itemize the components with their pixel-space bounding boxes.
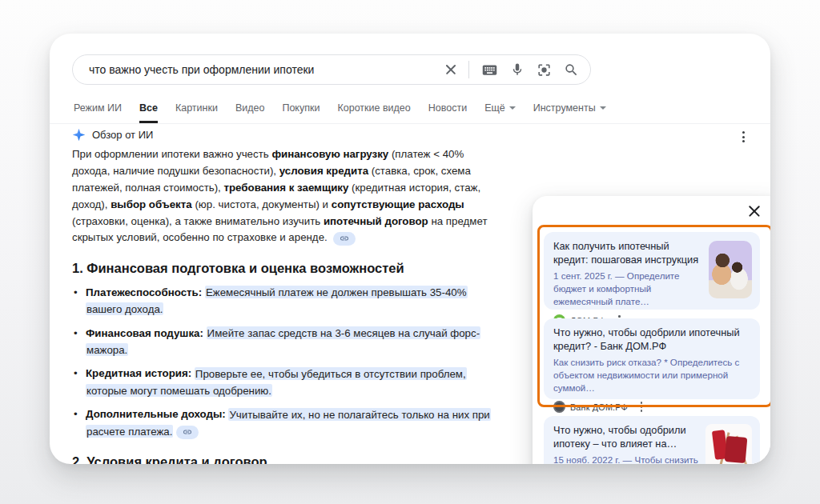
keyboard-icon[interactable] <box>481 62 498 78</box>
tab-more[interactable]: Ещё <box>484 102 516 121</box>
citation-link-icon[interactable] <box>176 426 199 439</box>
tab-videos[interactable]: Видео <box>235 102 265 121</box>
search-bar-divider <box>468 61 469 78</box>
tab-short-videos[interactable]: Короткие видео <box>337 102 410 121</box>
source-title[interactable]: Что нужно, чтобы одобрили ипотечный кред… <box>553 326 752 354</box>
ai-overview-label: Обзор от ИИ <box>92 129 153 141</box>
bullet-list-1: Платежеспособность: Ежемесячный платеж н… <box>72 285 500 440</box>
tab-news[interactable]: Новости <box>428 102 467 121</box>
source-name: Банк ДОМ.РФ <box>570 402 628 412</box>
ai-overview-body: При оформлении ипотеки важно учесть фина… <box>72 146 500 464</box>
panel-scrollbar[interactable] <box>769 226 770 464</box>
card-more-options-icon[interactable] <box>639 400 645 414</box>
source-thumbnail-image <box>705 424 752 464</box>
tab-all[interactable]: Все <box>139 102 158 123</box>
source-snippet: Как снизить риск отказа? * Определитесь … <box>553 356 752 395</box>
list-item: Платежеспособность: Ежемесячный платеж н… <box>72 285 500 318</box>
microphone-icon[interactable] <box>510 62 525 77</box>
chevron-down-icon <box>509 106 516 110</box>
results-tab-bar: Режим ИИ Все Картинки Видео Покупки Коро… <box>74 102 748 122</box>
tab-images[interactable]: Картинки <box>175 102 218 121</box>
source-card-1[interactable]: Как получить ипотечный кредит: пошаговая… <box>544 232 760 310</box>
source-snippet: 1 сент. 2025 г. — Определите бюджет и ко… <box>553 270 702 309</box>
section-heading-1: 1. Финансовая подготовка и оценка возмож… <box>72 260 500 277</box>
browser-content-card: что важно учесть при оформлении ипотеки … <box>50 34 770 464</box>
tab-tools[interactable]: Инструменты <box>533 102 606 121</box>
source-title[interactable]: Что нужно, чтобы одобрили ипотеку – что … <box>553 424 699 451</box>
list-item: Кредитная история: Проверьте ее, чтобы у… <box>72 366 500 399</box>
lens-icon[interactable] <box>537 62 552 78</box>
ai-sparkle-icon <box>72 128 86 142</box>
search-icon[interactable] <box>564 62 579 78</box>
source-thumbnail-image <box>709 241 752 298</box>
search-bar[interactable]: что важно учесть при оформлении ипотеки <box>72 54 591 85</box>
chevron-down-icon <box>600 106 606 110</box>
citation-link-icon[interactable] <box>333 232 356 246</box>
bank-domrf-favicon <box>553 401 565 413</box>
source-card-3[interactable]: Что нужно, чтобы одобрили ипотеку – что … <box>544 416 760 464</box>
tab-ai-mode[interactable]: Режим ИИ <box>74 102 122 121</box>
list-item: Финансовая подушка: Имейте запас средств… <box>72 326 500 359</box>
source-card-2[interactable]: Что нужно, чтобы одобрили ипотечный кред… <box>544 318 760 399</box>
ai-overview-header: Обзор от ИИ <box>72 128 153 142</box>
list-item: Дополнительные доходы: Учитывайте их, но… <box>72 406 500 440</box>
overview-more-options-icon[interactable] <box>741 130 746 144</box>
sources-panel: Как получить ипотечный кредит: пошаговая… <box>533 196 770 464</box>
search-input[interactable]: что важно учесть при оформлении ипотеки <box>89 63 445 76</box>
close-icon[interactable] <box>748 205 761 218</box>
source-snippet: 15 нояб. 2022 г. — Чтобы снизить финансо… <box>553 454 699 464</box>
ai-overview-intro: При оформлении ипотеки важно учесть фина… <box>72 146 500 246</box>
section-heading-2: 2. Условия кредита и договор <box>72 454 500 464</box>
tab-bar-divider <box>50 123 770 124</box>
tab-shopping[interactable]: Покупки <box>282 102 320 121</box>
source-title[interactable]: Как получить ипотечный кредит: пошаговая… <box>553 240 702 267</box>
clear-icon[interactable] <box>445 64 456 75</box>
